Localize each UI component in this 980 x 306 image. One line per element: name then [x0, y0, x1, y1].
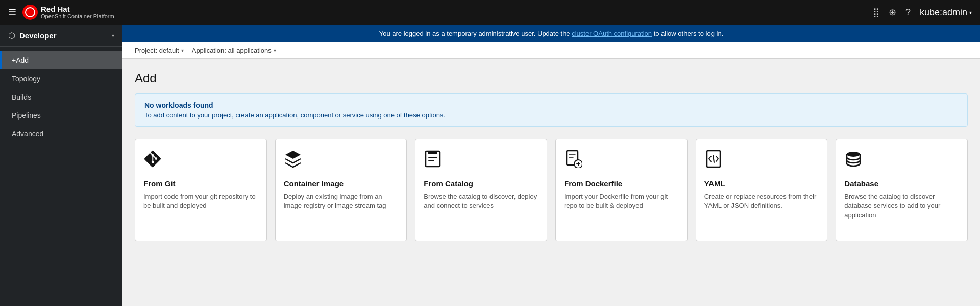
card-from-catalog[interactable]: From Catalog Browse the catalog to disco… — [415, 139, 547, 241]
card-container-image[interactable]: Container Image Deploy an existing image… — [275, 139, 407, 241]
alert-text-after: to allow others to log in. — [654, 30, 724, 37]
brand-name: Red Hat — [41, 5, 114, 14]
sidebar-item-builds[interactable]: Builds — [0, 88, 122, 106]
apps-icon[interactable]: ⣿ — [873, 7, 879, 18]
svg-rect-1 — [428, 151, 437, 154]
perspective-label: Developer — [19, 31, 112, 40]
redhat-logo: Red Hat OpenShift Container Platform — [22, 5, 114, 20]
card-yaml-desc: Create or replace resources from their Y… — [704, 192, 819, 210]
no-workloads-banner: No workloads found To add content to you… — [135, 93, 968, 127]
page-title: Add — [135, 71, 968, 85]
perspective-caret: ▾ — [112, 33, 114, 38]
git-icon — [143, 150, 258, 172]
cards-grid: From Git Import code from your git repos… — [135, 139, 968, 241]
app-layout: ⬡ Developer ▾ +Add Topology Builds Pipel… — [0, 25, 980, 306]
yaml-icon — [704, 150, 819, 172]
alert-banner: You are logged in as a temporary adminis… — [122, 25, 980, 42]
card-from-git-title: From Git — [143, 179, 258, 188]
sidebar: ⬡ Developer ▾ +Add Topology Builds Pipel… — [0, 25, 122, 306]
sidebar-item-pipelines[interactable]: Pipelines — [0, 106, 122, 125]
app-label: Application: all applications — [192, 46, 272, 54]
card-from-git-desc: Import code from your git repository to … — [143, 192, 258, 210]
user-menu[interactable]: kube:admin ▾ — [920, 7, 972, 18]
sidebar-nav: +Add Topology Builds Pipelines Advanced — [0, 47, 122, 147]
dockerfile-icon — [564, 150, 679, 172]
project-caret: ▾ — [181, 48, 184, 53]
card-database[interactable]: Database Browse the catalog to discover … — [836, 139, 968, 241]
alert-text: You are logged in as a temporary adminis… — [379, 30, 572, 37]
hamburger-menu[interactable]: ☰ — [8, 7, 16, 18]
plus-icon[interactable]: ⊕ — [889, 7, 896, 18]
svg-point-5 — [847, 152, 860, 157]
help-icon[interactable]: ? — [905, 7, 911, 18]
database-icon — [844, 150, 959, 172]
sidebar-item-topology[interactable]: Topology — [0, 69, 122, 88]
layers-icon — [284, 150, 399, 172]
card-from-dockerfile[interactable]: From Dockerfile Import your Dockerfile f… — [555, 139, 688, 241]
no-workloads-desc: To add content to your project, create a… — [144, 111, 958, 119]
redhat-icon — [22, 5, 38, 20]
project-bar: Project: default ▾ Application: all appl… — [122, 42, 980, 59]
project-selector[interactable]: Project: default ▾ — [135, 46, 184, 54]
card-database-title: Database — [844, 179, 959, 188]
card-container-image-title: Container Image — [284, 179, 399, 188]
username: kube:admin — [920, 7, 967, 18]
app-selector[interactable]: Application: all applications ▾ — [192, 46, 276, 54]
no-workloads-title: No workloads found — [144, 101, 958, 109]
perspective-switcher[interactable]: ⬡ Developer ▾ — [0, 25, 122, 47]
perspective-icon: ⬡ — [8, 31, 15, 40]
user-menu-caret: ▾ — [969, 10, 972, 15]
card-from-git[interactable]: From Git Import code from your git repos… — [135, 139, 267, 241]
page-area: Add No workloads found To add content to… — [122, 59, 980, 306]
card-container-image-desc: Deploy an existing image from an image r… — [284, 192, 399, 210]
card-database-desc: Browse the catalog to discover database … — [844, 192, 959, 220]
oauth-link[interactable]: cluster OAuth configuration — [572, 30, 652, 37]
sidebar-item-advanced[interactable]: Advanced — [0, 125, 122, 143]
project-label: Project: default — [135, 46, 179, 54]
card-from-dockerfile-desc: Import your Dockerfile from your git rep… — [564, 192, 679, 210]
brand-text: Red Hat OpenShift Container Platform — [41, 5, 114, 20]
top-nav: ☰ Red Hat OpenShift Container Platform ⣿… — [0, 0, 980, 25]
app-caret: ▾ — [274, 48, 276, 53]
brand-sub: OpenShift Container Platform — [41, 13, 114, 19]
card-from-catalog-desc: Browse the catalog to discover, deploy a… — [424, 192, 538, 210]
main-content: You are logged in as a temporary adminis… — [122, 25, 980, 306]
card-yaml-title: YAML — [704, 179, 819, 188]
card-from-catalog-title: From Catalog — [424, 179, 538, 188]
catalog-icon — [424, 150, 538, 172]
card-from-dockerfile-title: From Dockerfile — [564, 179, 679, 188]
card-yaml[interactable]: YAML Create or replace resources from th… — [696, 139, 828, 241]
sidebar-item-add[interactable]: +Add — [0, 51, 122, 69]
